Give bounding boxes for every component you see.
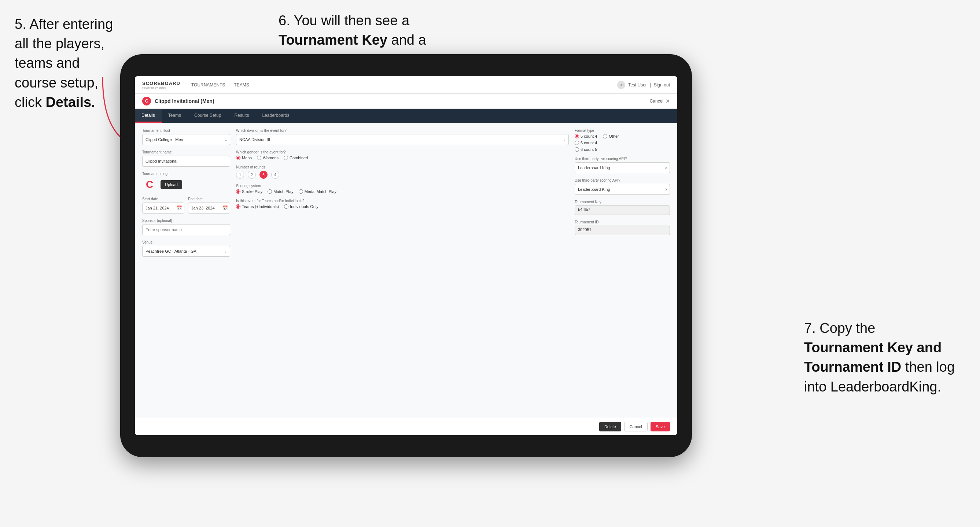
- rounds-label: Number of rounds: [236, 165, 569, 169]
- tournament-logo-group: Tournament logo C Upload: [142, 172, 230, 192]
- tab-bar: Details Teams Course Setup Results Leade…: [135, 109, 677, 123]
- tab-leaderboards[interactable]: Leaderboards: [255, 109, 296, 123]
- tournament-key-value: b4f6b7: [575, 205, 670, 215]
- form-footer: Delete Cancel Save: [135, 418, 677, 435]
- gender-mens-radio[interactable]: [236, 156, 240, 160]
- form-col-left: Tournament Host Clippd College - Men Tou…: [142, 129, 230, 262]
- round-selector: 1 2 3 4: [236, 171, 569, 179]
- rounds-group: Number of rounds 1 2 3 4: [236, 165, 569, 179]
- tournament-host-select[interactable]: Clippd College - Men: [142, 134, 230, 145]
- delete-button[interactable]: Delete: [599, 422, 621, 432]
- gender-combined-radio[interactable]: [284, 156, 288, 160]
- scoring-match-radio[interactable]: [267, 189, 272, 194]
- nav-logo: SCOREBOARD Powered by clippd: [142, 81, 180, 89]
- sub-header: C Clippd Invitational (Men) Cancel ✕: [135, 94, 677, 109]
- teams-label: Is this event for Teams and/or Individua…: [236, 199, 569, 203]
- scoring-match-play[interactable]: Match Play: [267, 189, 293, 194]
- tab-results[interactable]: Results: [228, 109, 255, 123]
- save-button[interactable]: Save: [651, 422, 670, 432]
- sponsor-group: Sponsor (optional): [142, 219, 230, 235]
- api2-field: ✕: [575, 184, 670, 195]
- format-5count4-radio[interactable]: [575, 134, 579, 138]
- sponsor-input[interactable]: [142, 224, 230, 235]
- format-6count4-radio[interactable]: [575, 141, 579, 145]
- logo-c-icon: C: [146, 179, 153, 190]
- round-3-btn[interactable]: 3: [259, 171, 267, 179]
- close-icon[interactable]: ✕: [665, 98, 670, 104]
- api2-clear-icon[interactable]: ✕: [665, 187, 668, 192]
- user-name: Test User: [628, 83, 647, 87]
- scoring-medal-match[interactable]: Medal Match Play: [299, 189, 336, 194]
- round-4-btn[interactable]: 4: [271, 171, 279, 179]
- nav-tournaments[interactable]: TOURNAMENTS: [191, 83, 225, 87]
- sign-out-link[interactable]: Sign out: [654, 83, 670, 87]
- cancel-button[interactable]: Cancel: [624, 422, 648, 432]
- teams-plus-individuals[interactable]: Teams (+Individuals): [236, 204, 279, 209]
- individuals-only-radio[interactable]: [284, 204, 288, 209]
- tournament-host-group: Tournament Host Clippd College - Men: [142, 129, 230, 145]
- nav-teams[interactable]: TEAMS: [234, 83, 249, 87]
- api2-input[interactable]: [575, 184, 670, 195]
- end-date-label: End date: [188, 197, 230, 201]
- tablet-frame: SCOREBOARD Powered by clippd TOURNAMENTS…: [120, 54, 692, 457]
- tab-teams[interactable]: Teams: [162, 109, 188, 123]
- division-group: Which division is the event for? NCAA Di…: [236, 129, 569, 145]
- tournament-host-label: Tournament Host: [142, 129, 230, 133]
- format-6count4[interactable]: 6 count 4: [575, 141, 670, 145]
- api1-field: ✕: [575, 162, 670, 173]
- individuals-only[interactable]: Individuals Only: [284, 204, 318, 209]
- tournament-name-label: Tournament name: [142, 150, 230, 154]
- nav-right: TU Test User | Sign out: [617, 81, 670, 89]
- format-other[interactable]: Other: [603, 134, 619, 138]
- venue-select[interactable]: Peachtree GC - Atlanta - GA: [142, 246, 230, 257]
- api1-clear-icon[interactable]: ✕: [665, 166, 668, 170]
- tournament-title: Clippd Invitational (Men): [155, 98, 215, 104]
- cancel-text[interactable]: Cancel: [650, 98, 663, 104]
- form-col-mid: Which division is the event for? NCAA Di…: [236, 129, 569, 262]
- nav-links: TOURNAMENTS TEAMS: [191, 83, 617, 87]
- tournament-key-label: Tournament Key: [575, 200, 670, 204]
- sponsor-label: Sponsor (optional): [142, 219, 230, 223]
- venue-label: Venue: [142, 240, 230, 244]
- start-date-group: Start date 📅: [142, 197, 185, 214]
- round-1-btn[interactable]: 1: [236, 171, 244, 179]
- upload-button[interactable]: Upload: [161, 180, 182, 189]
- start-date-label: Start date: [142, 197, 185, 201]
- format-5count4[interactable]: 5 count 4: [575, 134, 597, 138]
- gender-label: Which gender is the event for?: [236, 150, 569, 154]
- teams-group: Is this event for Teams and/or Individua…: [236, 199, 569, 209]
- start-calendar-icon: 📅: [177, 205, 182, 211]
- format-row-1: 5 count 4 Other: [575, 134, 670, 138]
- venue-group: Venue Peachtree GC - Atlanta - GA: [142, 240, 230, 257]
- api1-group: Use third-party live scoring API? ✕: [575, 157, 670, 173]
- gender-mens[interactable]: Mens: [236, 156, 252, 160]
- clippd-logo-icon: C: [142, 97, 151, 105]
- scoring-label: Scoring system: [236, 184, 569, 188]
- end-date-group: End date 📅: [188, 197, 230, 214]
- api1-input[interactable]: [575, 162, 670, 173]
- tab-course-setup[interactable]: Course Setup: [188, 109, 228, 123]
- nav-separator: |: [650, 83, 651, 87]
- end-date-wrapper: 📅: [188, 203, 230, 214]
- main-content: Tournament Host Clippd College - Men Tou…: [135, 123, 677, 418]
- gender-combined[interactable]: Combined: [284, 156, 308, 160]
- tournament-name-input[interactable]: [142, 156, 230, 167]
- form-col-right: Format type 5 count 4 Other: [575, 129, 670, 262]
- scoring-medal-radio[interactable]: [299, 189, 303, 194]
- scoring-stroke-play[interactable]: Stroke Play: [236, 189, 262, 194]
- teams-plus-radio[interactable]: [236, 204, 240, 209]
- division-select[interactable]: NCAA Division III: [236, 134, 569, 145]
- gender-womens-radio[interactable]: [257, 156, 261, 160]
- tab-details[interactable]: Details: [135, 109, 162, 123]
- dates-group: Start date 📅 End date 📅: [142, 197, 230, 214]
- scoring-stroke-radio[interactable]: [236, 189, 240, 194]
- format-6count5-radio[interactable]: [575, 147, 579, 152]
- tournament-logo-label: Tournament logo: [142, 172, 230, 176]
- nav-logo-title: SCOREBOARD: [142, 81, 180, 86]
- sub-header-left: C Clippd Invitational (Men): [142, 97, 215, 105]
- gender-womens[interactable]: Womens: [257, 156, 278, 160]
- round-2-btn[interactable]: 2: [248, 171, 256, 179]
- user-avatar: TU: [617, 81, 625, 89]
- format-6count5[interactable]: 6 count 5: [575, 147, 670, 152]
- format-other-radio[interactable]: [603, 134, 607, 138]
